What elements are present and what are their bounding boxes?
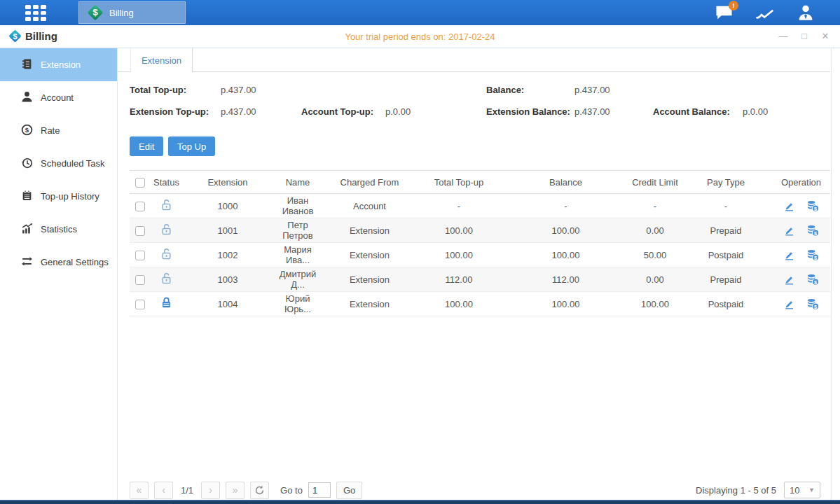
- account-balance-value: p.0.00: [743, 106, 768, 117]
- edit-button[interactable]: Edit: [130, 136, 163, 156]
- pagination: « ‹ 1/1 › » Go to Go: [130, 481, 362, 499]
- sidebar-item-scheduled-task[interactable]: Scheduled Task: [0, 147, 117, 180]
- account-topup-label: Account Top-up:: [301, 106, 373, 117]
- column-header: Name: [273, 171, 322, 194]
- edit-row-icon[interactable]: [778, 298, 801, 308]
- row-checkbox[interactable]: [135, 226, 145, 236]
- status-lock-open-icon[interactable]: [160, 203, 173, 214]
- credit-limit-cell: 0.00: [631, 218, 680, 243]
- row-checkbox[interactable]: [135, 202, 145, 211]
- prev-page-button[interactable]: ‹: [154, 482, 173, 499]
- sidebar-item-rate[interactable]: $Rate: [0, 114, 117, 147]
- total-topup-cell: 112.00: [417, 267, 501, 292]
- extension-number-cell: 1003: [182, 267, 273, 292]
- table-header-row: StatusExtensionNameCharged FromTotal Top…: [130, 171, 830, 194]
- maximize-icon[interactable]: □: [799, 31, 809, 41]
- operation-cell: $: [772, 243, 830, 267]
- sidebar-item-label: Rate: [41, 125, 60, 136]
- topup-history-icon: [21, 190, 33, 204]
- topbar-tab-billing[interactable]: $ Billing: [78, 1, 186, 24]
- rate-icon: $: [21, 124, 33, 138]
- topup-row-icon[interactable]: $: [801, 273, 825, 284]
- credit-limit-cell: 50.00: [631, 243, 680, 267]
- edit-row-icon[interactable]: [778, 248, 801, 259]
- messages-icon[interactable]: !: [715, 4, 734, 22]
- window-bottom-border: [0, 500, 840, 504]
- billing-dollar-icon: $: [88, 5, 103, 20]
- window-titlebar: $ Billing Your trial period ends on: 201…: [0, 25, 840, 48]
- topbar: $ Billing !: [0, 0, 840, 25]
- go-button[interactable]: Go: [336, 482, 362, 499]
- sidebar-item-label: Scheduled Task: [41, 158, 105, 169]
- svg-text:$: $: [814, 303, 817, 309]
- sidebar-item-account[interactable]: Account: [0, 81, 117, 114]
- topup-row-icon[interactable]: $: [801, 224, 825, 234]
- balance-cell: 100.00: [501, 218, 631, 243]
- operation-cell: $: [772, 267, 830, 292]
- next-page-button[interactable]: ›: [201, 482, 220, 499]
- sidebar-item-extension[interactable]: Extension: [0, 48, 117, 81]
- select-all-checkbox[interactable]: [135, 178, 145, 188]
- extension-name-cell: Иван Иванов: [273, 194, 322, 218]
- account-balance-label: Account Balance:: [653, 106, 730, 117]
- column-header: Charged From: [322, 171, 417, 194]
- edit-row-icon[interactable]: [778, 200, 801, 210]
- row-checkbox[interactable]: [135, 300, 145, 309]
- total-topup-label: Total Top-up:: [130, 85, 186, 95]
- balance-value: p.437.00: [574, 85, 610, 95]
- svg-text:$: $: [814, 254, 817, 260]
- column-header: Total Top-up: [417, 171, 501, 194]
- refresh-icon: [254, 485, 265, 496]
- svg-text:$: $: [814, 230, 817, 236]
- sidebar-item-label: General Settings: [41, 257, 109, 267]
- pay-type-cell: Postpaid: [680, 243, 772, 267]
- status-lock-open-icon[interactable]: [160, 227, 173, 238]
- first-page-button[interactable]: «: [130, 482, 149, 499]
- sidebar-item-label: Extension: [41, 59, 81, 70]
- pay-type-cell: Prepaid: [680, 218, 772, 243]
- extension-topup-value: p.437.00: [221, 106, 256, 117]
- sidebar-item-statistics[interactable]: Statistics: [0, 213, 117, 246]
- last-page-button[interactable]: »: [226, 482, 245, 499]
- close-icon[interactable]: ✕: [820, 31, 830, 41]
- row-checkbox[interactable]: [135, 251, 145, 260]
- topbar-tab-label: Billing: [109, 8, 134, 18]
- column-header: Pay Type: [680, 171, 772, 194]
- balance-cell: 100.00: [501, 243, 631, 267]
- page-size-select[interactable]: 10 ▼: [784, 482, 820, 498]
- status-lock-open-icon[interactable]: [160, 252, 173, 262]
- app-grid-icon[interactable]: [25, 5, 46, 21]
- top-up-button[interactable]: Top Up: [168, 136, 215, 156]
- row-checkbox[interactable]: [135, 275, 145, 285]
- column-header: Balance: [501, 171, 631, 194]
- sidebar-item-label: Top-up History: [41, 191, 99, 202]
- general-settings-icon: [21, 255, 33, 270]
- operation-cell: $: [772, 194, 830, 218]
- topup-row-icon[interactable]: $: [801, 200, 825, 210]
- statistics-chart-icon[interactable]: [755, 4, 776, 22]
- refresh-button[interactable]: [250, 482, 269, 499]
- topup-row-icon[interactable]: $: [801, 248, 825, 259]
- sidebar-item-topup-history[interactable]: Top-up History: [0, 180, 117, 213]
- status-lock-closed-icon[interactable]: [160, 301, 173, 312]
- user-account-icon[interactable]: [797, 4, 815, 21]
- displaying-text: Displaying 1 - 5 of 5: [696, 485, 776, 496]
- goto-page-input[interactable]: [308, 482, 331, 498]
- topup-row-icon[interactable]: $: [801, 298, 825, 308]
- column-header: Status: [151, 171, 182, 194]
- credit-limit-cell: -: [631, 194, 680, 218]
- sidebar-item-general-settings[interactable]: General Settings: [0, 246, 117, 279]
- column-header: Operation: [772, 171, 830, 194]
- status-lock-open-icon[interactable]: [160, 276, 173, 287]
- content-tabbar: Extension: [118, 48, 830, 72]
- sidebar-item-label: Statistics: [41, 224, 77, 234]
- total-topup-cell: 100.00: [417, 218, 501, 243]
- chevron-down-icon: ▼: [808, 486, 815, 493]
- edit-row-icon[interactable]: [778, 224, 801, 234]
- account-icon: [21, 91, 33, 105]
- credit-limit-cell: 0.00: [631, 267, 680, 292]
- edit-row-icon[interactable]: [778, 273, 801, 284]
- column-header: Credit Limit: [631, 171, 680, 194]
- tab-extension[interactable]: Extension: [130, 48, 193, 72]
- minimize-icon[interactable]: —: [778, 31, 788, 41]
